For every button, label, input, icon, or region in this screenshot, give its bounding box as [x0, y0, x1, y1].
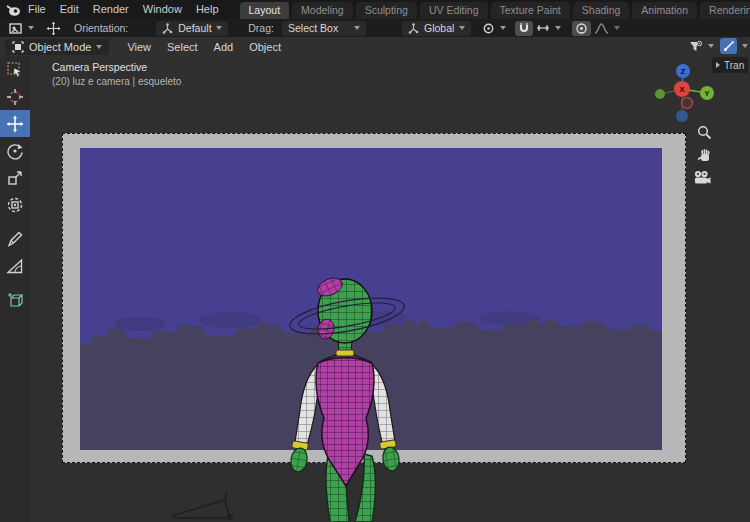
transform-orientation-value: Global	[424, 22, 454, 34]
orientation-dropdown[interactable]: Default	[156, 21, 228, 36]
sidebar-tab-label: Tran	[724, 60, 744, 71]
ground-sketch	[163, 490, 253, 522]
camera-frame	[62, 133, 686, 463]
chevron-down-icon	[742, 44, 748, 48]
menu-edit[interactable]: Edit	[53, 0, 86, 19]
editor-type-dropdown[interactable]	[6, 21, 37, 36]
chevron-down-icon	[354, 26, 360, 30]
menu-select[interactable]: Select	[159, 41, 206, 53]
orientation-value: Default	[178, 22, 211, 34]
chevron-down-icon	[555, 26, 561, 30]
chevron-down-icon	[216, 26, 222, 30]
chevron-right-icon	[716, 62, 720, 68]
chevron-down-icon	[28, 26, 34, 30]
axis-y-neg-ball	[655, 89, 665, 99]
orientation-label: Orientation:	[74, 22, 128, 34]
tab-animation[interactable]: Animation	[632, 2, 697, 19]
overlays-dropdown[interactable]	[686, 39, 717, 54]
workspace-tabs: Layout Modeling Sculpting UV Editing Tex…	[240, 0, 750, 19]
tab-uv-editing[interactable]: UV Editing	[420, 2, 488, 19]
select-box-tool[interactable]	[0, 56, 30, 83]
add-cube-tool[interactable]	[0, 286, 30, 313]
snap-toggle[interactable]	[515, 21, 533, 36]
tab-shading[interactable]: Shading	[573, 2, 630, 19]
pan-hand-button[interactable]	[694, 145, 714, 165]
chevron-down-icon	[459, 26, 465, 30]
mode-value: Object Mode	[29, 41, 91, 53]
axis-x-neg-ball	[682, 98, 693, 109]
menu-file[interactable]: File	[21, 0, 53, 19]
tool-settings-bar: Orientation: Default Drag: Select Box Gl…	[0, 19, 750, 37]
active-tool-move-icon	[43, 21, 64, 36]
proportional-editing-toggle[interactable]	[572, 21, 591, 36]
pivot-point-dropdown[interactable]	[479, 21, 509, 36]
chevron-down-icon	[500, 26, 506, 30]
chevron-down-icon	[96, 45, 102, 49]
city-silhouette	[80, 318, 662, 450]
transform-orientation-dropdown[interactable]: Global	[402, 21, 471, 36]
zoom-button[interactable]	[694, 122, 714, 142]
menu-help[interactable]: Help	[189, 0, 226, 19]
menu-render[interactable]: Render	[86, 0, 136, 19]
menu-view[interactable]: View	[119, 41, 159, 53]
toolbar	[0, 56, 30, 522]
drag-label: Drag:	[248, 22, 274, 34]
viewport-canvas[interactable]: Camera Perspective (20) luz e camera | e…	[0, 56, 750, 522]
measure-tool[interactable]	[0, 252, 30, 279]
drag-value: Select Box	[288, 22, 338, 34]
camera-view-button[interactable]	[692, 167, 712, 187]
character-right-leg	[355, 454, 375, 522]
svg-text:X: X	[679, 85, 685, 94]
gizmos-toggle[interactable]	[720, 38, 737, 54]
background-sky	[80, 148, 662, 450]
sidebar-tab-transform[interactable]: Tran	[712, 57, 748, 73]
proportional-falloff-dropdown[interactable]	[591, 21, 623, 36]
svg-text:Z: Z	[681, 67, 686, 76]
svg-text:Y: Y	[704, 89, 710, 98]
snap-with-dropdown[interactable]	[533, 21, 564, 36]
cursor-tool[interactable]	[0, 83, 30, 110]
chevron-down-icon	[708, 44, 714, 48]
menu-add[interactable]: Add	[206, 41, 242, 53]
view-name-label: Camera Perspective	[52, 61, 181, 73]
tab-modeling[interactable]: Modeling	[292, 2, 353, 19]
blender-logo-icon[interactable]	[5, 2, 21, 18]
menu-object[interactable]: Object	[241, 41, 289, 53]
tab-texture-paint[interactable]: Texture Paint	[491, 2, 570, 19]
scale-tool[interactable]	[0, 164, 30, 191]
chevron-down-icon	[614, 26, 620, 30]
annotate-tool[interactable]	[0, 225, 30, 252]
tab-sculpting[interactable]: Sculpting	[356, 2, 417, 19]
active-object-label: (20) luz e camera | esqueleto	[52, 76, 181, 87]
move-tool[interactable]	[0, 110, 30, 137]
tab-rendering[interactable]: Rendering	[700, 2, 750, 19]
axis-z-neg-ball	[676, 110, 688, 122]
character-left-leg	[326, 456, 349, 522]
mode-dropdown[interactable]: Object Mode	[5, 39, 109, 55]
transform-tool[interactable]	[0, 191, 30, 218]
tab-layout[interactable]: Layout	[240, 2, 290, 19]
top-bar: File Edit Render Window Help Layout Mode…	[0, 0, 750, 19]
camera-render-view	[80, 148, 662, 450]
drag-dropdown[interactable]: Select Box	[282, 21, 366, 36]
viewport-header: Object Mode View Select Add Object	[0, 37, 750, 56]
menu-window[interactable]: Window	[136, 0, 189, 19]
rotate-tool[interactable]	[0, 137, 30, 164]
viewport-info: Camera Perspective (20) luz e camera | e…	[52, 61, 181, 87]
